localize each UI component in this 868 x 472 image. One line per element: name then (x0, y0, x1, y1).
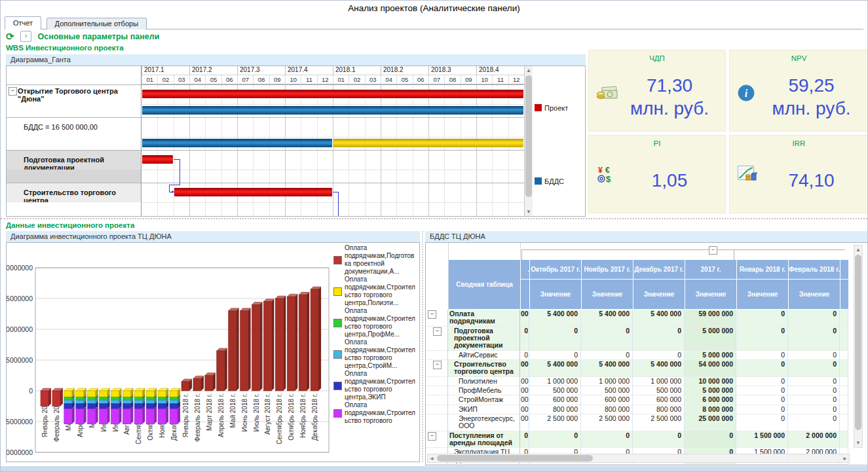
bar-segment[interactable] (134, 408, 142, 424)
pivot-value-cell[interactable]: 600 000 (633, 395, 685, 405)
chevron-right-button[interactable]: › (20, 31, 31, 42)
bar-segment[interactable] (88, 404, 96, 409)
tab-report[interactable]: Отчет (5, 16, 41, 29)
scroll-right-icon[interactable]: ► (842, 454, 848, 463)
pivot-value-cell[interactable]: 800 000 (633, 405, 685, 414)
bar-segment[interactable] (170, 391, 178, 397)
pivot-value-cell[interactable]: 0 (736, 386, 788, 395)
pivot-column-header[interactable]: Октябрь 2017 г. (530, 260, 582, 280)
pivot-row-label[interactable]: ПрофМебель (448, 386, 520, 395)
pivot-value-cell[interactable]: 500 000 (633, 386, 685, 395)
pivot-row-label[interactable]: Полиэтилен (448, 377, 520, 386)
section-splitter[interactable] (1, 218, 867, 219)
bar-segment[interactable] (134, 397, 142, 400)
pivot-value-cell[interactable]: 54 000 000 (685, 360, 736, 377)
pivot-column-header[interactable]: Ноябрь 2017 г. (582, 260, 633, 280)
panel-splitter[interactable] (422, 231, 423, 462)
pivot-vertical-scrollbar[interactable]: ▲ ▼ (854, 245, 863, 448)
pivot-value-cell[interactable]: 0 (788, 395, 840, 405)
bar-segment[interactable] (100, 408, 107, 424)
pivot-value-cell[interactable]: 0 (529, 327, 581, 351)
pivot-value-cell[interactable]: 0 (520, 327, 529, 351)
pivot-value-cell[interactable]: 5 400 000 (529, 310, 581, 327)
pivot-value-cell[interactable]: 1 000 000 (633, 377, 685, 386)
pivot-value-cell[interactable]: 0 (581, 431, 633, 448)
collapse-icon[interactable]: − (433, 361, 442, 369)
collapse-icon[interactable]: − (428, 432, 436, 441)
bar-segment[interactable] (76, 408, 84, 424)
pivot-value-cell[interactable]: 0 (736, 310, 788, 327)
pivot-value-cell[interactable]: 00 (520, 310, 529, 327)
bar-segment[interactable] (170, 404, 178, 409)
bar-segment[interactable] (111, 408, 119, 424)
pivot-value-cell[interactable]: 6 000 000 (685, 395, 736, 405)
gantt-bar[interactable] (333, 139, 523, 147)
scroll-left-icon[interactable]: ◄ (429, 454, 434, 463)
pivot-value-cell[interactable]: 1 000 000 (581, 377, 633, 386)
pivot-value-cell[interactable]: 5 400 000 (529, 360, 581, 377)
pivot-row-label[interactable]: Энерготехресурс, ООО (448, 414, 520, 431)
pivot-horizontal-scrollbar[interactable]: ◄ ► (427, 454, 850, 463)
pivot-value-cell[interactable]: 800 000 (581, 405, 633, 414)
pivot-value-cell[interactable]: 2 500 000 (581, 414, 633, 431)
pivot-value-cell[interactable]: 10 000 000 (685, 377, 736, 386)
pivot-value-cell[interactable]: 0 (581, 327, 633, 351)
bar-segment[interactable] (134, 400, 142, 404)
pivot-value-cell[interactable]: 0 (581, 351, 633, 360)
bar-segment[interactable] (158, 391, 166, 397)
bar-segment[interactable] (170, 408, 178, 424)
pivot-value-cell[interactable]: 5 000 000 (685, 351, 736, 360)
pivot-column-header[interactable]: Январь 2018 г. (737, 260, 789, 280)
bar-segment[interactable] (52, 391, 60, 407)
pivot-row-label[interactable]: Подготовка проектной документации (448, 327, 520, 351)
pivot-value-cell[interactable]: 00 (520, 386, 529, 395)
pivot-value-cell[interactable]: 0 (685, 431, 736, 448)
bar-segment[interactable] (287, 297, 295, 391)
pivot-value-cell[interactable]: 0 (529, 351, 581, 360)
bar-segment[interactable] (193, 378, 201, 391)
gantt-bar[interactable] (174, 188, 332, 196)
bar-segment[interactable] (158, 408, 166, 424)
bar-segment[interactable] (64, 391, 72, 397)
pivot-value-cell[interactable]: 2 500 000 (633, 414, 685, 431)
bar-segment[interactable] (229, 311, 236, 391)
pivot-value-cell[interactable]: 0 (520, 431, 529, 448)
pivot-value-cell[interactable]: 8 000 000 (685, 405, 736, 414)
pivot-value-cell[interactable]: 5 400 000 (633, 310, 685, 327)
kpi-value-block[interactable]: 59,25 млн. руб. (759, 66, 864, 127)
scroll-up-icon[interactable]: ▲ (525, 66, 533, 75)
pivot-value-cell[interactable]: 1 000 000 (529, 377, 581, 386)
pivot-value-cell[interactable]: 600 000 (581, 395, 633, 405)
bar-segment[interactable] (123, 391, 130, 397)
pivot-column-header-clipped[interactable]: . (521, 260, 530, 280)
scrollbar-thumb[interactable] (437, 455, 593, 462)
bar-segment[interactable] (123, 400, 130, 404)
gantt-bar[interactable] (142, 155, 173, 164)
gantt-bar[interactable] (142, 139, 332, 147)
pivot-value-cell[interactable]: 600 000 (529, 395, 581, 405)
pivot-value-cell[interactable]: 0 (788, 327, 840, 351)
pivot-value-cell[interactable]: 00 (520, 414, 529, 431)
pivot-value-cell[interactable]: 0 (736, 327, 788, 351)
pivot-value-cell[interactable]: 500 000 (529, 386, 581, 395)
bar-segment[interactable] (275, 299, 283, 391)
kpi-value-block[interactable]: 71,30 млн. руб. (618, 66, 721, 127)
pivot-value-cell[interactable]: 0 (736, 414, 788, 431)
gantt-vertical-scrollbar[interactable]: ▲ ▼ (524, 66, 533, 216)
pivot-value-cell[interactable]: 00 (520, 405, 529, 414)
bar-segment[interactable] (263, 302, 271, 391)
bar-segment[interactable] (64, 400, 72, 404)
bar-segment[interactable] (252, 304, 260, 391)
bar-segment[interactable] (146, 400, 154, 404)
scrollbar-thumb[interactable] (525, 75, 532, 197)
pivot-value-cell[interactable]: 00 (520, 395, 529, 405)
pivot-value-cell[interactable]: 2 500 000 (529, 414, 581, 431)
pivot-row-label[interactable]: ЭКИП (448, 405, 520, 414)
collapse-icon[interactable]: − (433, 327, 442, 336)
bar-segment[interactable] (134, 404, 142, 409)
scroll-down-icon[interactable]: ▼ (525, 208, 533, 216)
pivot-value-cell[interactable]: 0 (520, 351, 529, 360)
bar-segment[interactable] (76, 391, 84, 397)
pivot-value-cell[interactable]: 0 (788, 386, 840, 395)
collapse-icon[interactable]: − (9, 87, 17, 96)
